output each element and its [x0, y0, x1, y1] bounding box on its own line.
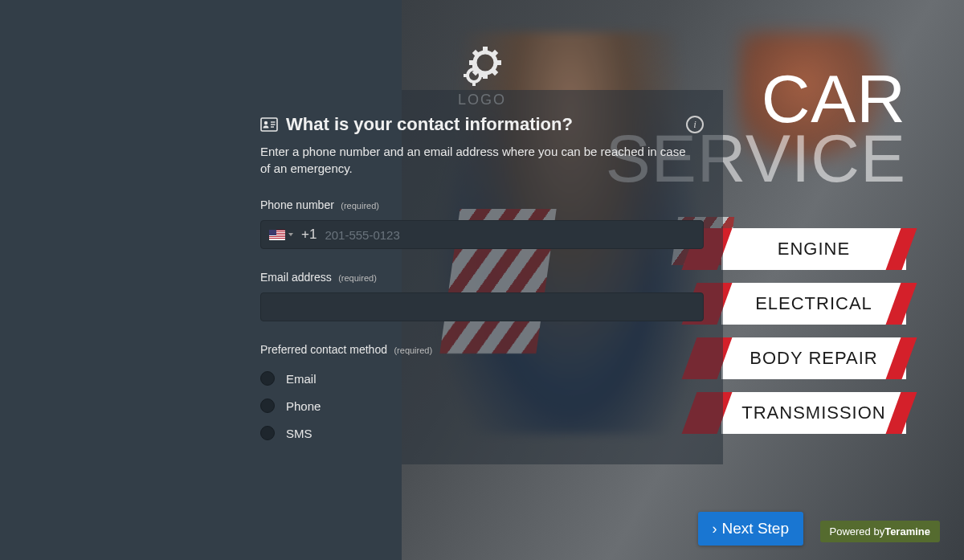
svg-rect-3 [469, 60, 475, 65]
logo-text: LOGO [450, 92, 514, 108]
radio-label: Phone [286, 399, 321, 413]
tile-label: ENGINE [778, 239, 850, 260]
radio-icon [260, 371, 275, 386]
radio-icon [260, 399, 275, 413]
email-label: Email address [260, 271, 332, 284]
tile-body-repair: BODY REPAIR [721, 337, 906, 379]
form-heading: What is your contact information? [260, 114, 573, 135]
tile-engine: ENGINE [721, 228, 906, 270]
powered-brand: Teramine [884, 525, 930, 538]
phone-input[interactable] [325, 228, 695, 242]
phone-field: Phone number (required) +1 [260, 198, 704, 249]
phone-input-wrap[interactable]: +1 [260, 220, 704, 249]
svg-rect-10 [472, 65, 476, 69]
svg-rect-11 [472, 82, 476, 86]
form-heading-text: What is your contact information? [286, 114, 573, 135]
radio-label: Email [286, 372, 317, 386]
svg-rect-13 [480, 74, 484, 77]
radio-option-sms[interactable]: SMS [260, 423, 704, 444]
email-field: Email address (required) [260, 270, 704, 321]
required-tag: (required) [394, 345, 432, 355]
svg-rect-12 [464, 74, 468, 77]
form-subheading: Enter a phone number and an email addres… [260, 143, 694, 177]
us-flag-icon [269, 230, 285, 240]
tile-electrical: ELECTRICAL [721, 283, 906, 325]
powered-prefix: Powered by [830, 525, 885, 538]
info-button[interactable]: i [686, 116, 704, 133]
chevron-down-icon [288, 233, 293, 236]
logo: LOGO [450, 47, 514, 108]
next-step-label: Next Step [722, 520, 789, 538]
svg-point-15 [264, 121, 268, 125]
powered-by-link[interactable]: Powered byTeramine [820, 521, 941, 542]
svg-rect-1 [483, 47, 488, 52]
chevron-right-icon: › [713, 521, 717, 536]
contact-method-label: Preferred contact method [260, 343, 387, 356]
tile-transmission: TRANSMISSION [721, 392, 906, 434]
country-selector[interactable] [269, 230, 293, 240]
radio-icon [260, 426, 275, 440]
required-tag: (required) [341, 201, 379, 211]
contact-card-icon [260, 117, 278, 132]
email-input-wrap[interactable] [260, 292, 704, 321]
email-input[interactable] [269, 300, 695, 314]
contact-method-field: Preferred contact method (required) Emai… [260, 342, 704, 444]
svg-rect-4 [496, 60, 501, 65]
phone-label: Phone number [260, 198, 334, 211]
tile-label: BODY REPAIR [750, 348, 877, 369]
next-step-button[interactable]: › Next Step [698, 512, 803, 546]
radio-option-phone[interactable]: Phone [260, 395, 704, 416]
gear-icon [461, 47, 503, 88]
tile-label: TRANSMISSION [741, 403, 885, 423]
contact-form: What is your contact information? i Ente… [260, 114, 704, 444]
radio-label: SMS [286, 427, 312, 440]
radio-option-email[interactable]: Email [260, 368, 704, 389]
required-tag: (required) [338, 273, 377, 283]
dial-code: +1 [301, 227, 317, 243]
service-tiles: ENGINE ELECTRICAL BODY REPAIR TRANSMISSI… [721, 228, 906, 447]
tile-label: ELECTRICAL [755, 293, 872, 314]
